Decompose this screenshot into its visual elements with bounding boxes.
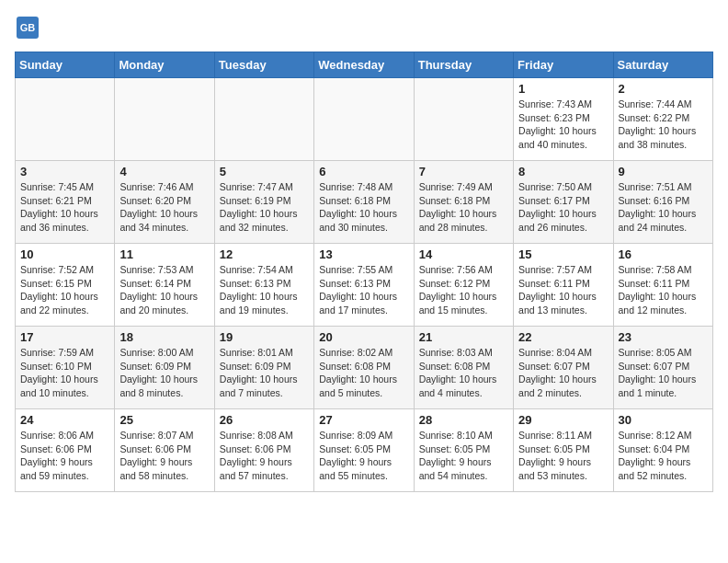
weekday-header: Sunday (16, 52, 115, 78)
day-number: 11 (119, 247, 209, 261)
day-info: Sunrise: 7:53 AM Sunset: 6:14 PM Dayligh… (119, 263, 209, 317)
calendar-cell: 26Sunrise: 8:08 AM Sunset: 6:06 PM Dayli… (214, 409, 313, 492)
day-info: Sunrise: 8:12 AM Sunset: 6:04 PM Dayligh… (619, 429, 708, 483)
day-number: 8 (518, 165, 608, 178)
day-info: Sunrise: 7:48 AM Sunset: 6:18 PM Dayligh… (319, 180, 408, 235)
calendar-week-row: 3Sunrise: 7:45 AM Sunset: 6:21 PM Daylig… (16, 161, 713, 244)
calendar-cell: 11Sunrise: 7:53 AM Sunset: 6:14 PM Dayli… (115, 244, 214, 327)
day-number: 26 (220, 413, 309, 427)
day-number: 9 (619, 165, 708, 178)
day-number: 19 (220, 330, 309, 344)
calendar-cell: 13Sunrise: 7:55 AM Sunset: 6:13 PM Dayli… (314, 244, 414, 327)
weekday-header: Tuesday (214, 52, 313, 78)
header: GB (15, 15, 713, 40)
day-info: Sunrise: 8:00 AM Sunset: 6:09 PM Dayligh… (119, 346, 209, 400)
header-row: SundayMondayTuesdayWednesdayThursdayFrid… (16, 52, 713, 78)
day-info: Sunrise: 7:45 AM Sunset: 6:21 PM Dayligh… (20, 180, 109, 235)
calendar-cell: 23Sunrise: 8:05 AM Sunset: 6:07 PM Dayli… (613, 327, 712, 409)
day-number: 6 (319, 165, 408, 178)
day-number: 28 (419, 413, 508, 427)
day-number: 25 (119, 413, 209, 427)
calendar-cell: 12Sunrise: 7:54 AM Sunset: 6:13 PM Dayli… (214, 244, 313, 327)
calendar-cell: 7Sunrise: 7:49 AM Sunset: 6:18 PM Daylig… (414, 161, 513, 244)
day-info: Sunrise: 7:46 AM Sunset: 6:20 PM Dayligh… (119, 180, 209, 235)
calendar-week-row: 17Sunrise: 7:59 AM Sunset: 6:10 PM Dayli… (16, 327, 713, 409)
calendar-cell: 20Sunrise: 8:02 AM Sunset: 6:08 PM Dayli… (314, 327, 414, 409)
day-number: 18 (119, 330, 209, 344)
day-info: Sunrise: 7:47 AM Sunset: 6:19 PM Dayligh… (220, 180, 309, 235)
day-number: 16 (619, 247, 708, 261)
calendar-cell: 9Sunrise: 7:51 AM Sunset: 6:16 PM Daylig… (613, 161, 712, 244)
calendar-cell: 8Sunrise: 7:50 AM Sunset: 6:17 PM Daylig… (514, 161, 613, 244)
weekday-header: Friday (514, 52, 613, 78)
day-info: Sunrise: 8:11 AM Sunset: 6:05 PM Dayligh… (518, 429, 608, 483)
day-number: 29 (518, 413, 608, 427)
calendar-cell (115, 78, 214, 161)
weekday-header: Monday (115, 52, 214, 78)
calendar-cell: 27Sunrise: 8:09 AM Sunset: 6:05 PM Dayli… (314, 409, 414, 492)
calendar-cell: 19Sunrise: 8:01 AM Sunset: 6:09 PM Dayli… (214, 327, 313, 409)
day-number: 21 (419, 330, 508, 344)
calendar-cell: 2Sunrise: 7:44 AM Sunset: 6:22 PM Daylig… (613, 78, 712, 161)
weekday-header: Saturday (613, 52, 712, 78)
calendar-cell: 10Sunrise: 7:52 AM Sunset: 6:15 PM Dayli… (16, 244, 115, 327)
calendar-cell: 30Sunrise: 8:12 AM Sunset: 6:04 PM Dayli… (613, 409, 712, 492)
calendar-week-row: 10Sunrise: 7:52 AM Sunset: 6:15 PM Dayli… (16, 244, 713, 327)
day-info: Sunrise: 7:55 AM Sunset: 6:13 PM Dayligh… (319, 263, 408, 317)
day-number: 17 (20, 330, 109, 344)
weekday-header: Wednesday (314, 52, 414, 78)
day-number: 4 (119, 165, 209, 178)
calendar-cell: 28Sunrise: 8:10 AM Sunset: 6:05 PM Dayli… (414, 409, 513, 492)
calendar-week-row: 1Sunrise: 7:43 AM Sunset: 6:23 PM Daylig… (16, 78, 713, 161)
day-info: Sunrise: 7:51 AM Sunset: 6:16 PM Dayligh… (619, 180, 708, 235)
calendar-cell: 24Sunrise: 8:06 AM Sunset: 6:06 PM Dayli… (16, 409, 115, 492)
calendar-cell: 21Sunrise: 8:03 AM Sunset: 6:08 PM Dayli… (414, 327, 513, 409)
day-number: 12 (220, 247, 309, 261)
day-info: Sunrise: 8:02 AM Sunset: 6:08 PM Dayligh… (319, 346, 408, 400)
calendar-cell: 18Sunrise: 8:00 AM Sunset: 6:09 PM Dayli… (115, 327, 214, 409)
calendar-cell: 4Sunrise: 7:46 AM Sunset: 6:20 PM Daylig… (115, 161, 214, 244)
calendar-cell: 5Sunrise: 7:47 AM Sunset: 6:19 PM Daylig… (214, 161, 313, 244)
calendar-cell: 22Sunrise: 8:04 AM Sunset: 6:07 PM Dayli… (514, 327, 613, 409)
day-number: 14 (419, 247, 508, 261)
logo: GB (15, 15, 44, 40)
day-info: Sunrise: 8:07 AM Sunset: 6:06 PM Dayligh… (119, 429, 209, 483)
day-number: 27 (319, 413, 408, 427)
calendar-table: SundayMondayTuesdayWednesdayThursdayFrid… (15, 52, 713, 492)
calendar-cell: 25Sunrise: 8:07 AM Sunset: 6:06 PM Dayli… (115, 409, 214, 492)
calendar-cell: 14Sunrise: 7:56 AM Sunset: 6:12 PM Dayli… (414, 244, 513, 327)
day-info: Sunrise: 7:52 AM Sunset: 6:15 PM Dayligh… (20, 263, 109, 317)
logo-icon: GB (15, 15, 40, 40)
calendar-cell: 6Sunrise: 7:48 AM Sunset: 6:18 PM Daylig… (314, 161, 414, 244)
calendar-cell: 29Sunrise: 8:11 AM Sunset: 6:05 PM Dayli… (514, 409, 613, 492)
day-info: Sunrise: 7:43 AM Sunset: 6:23 PM Dayligh… (518, 98, 608, 152)
calendar-cell: 1Sunrise: 7:43 AM Sunset: 6:23 PM Daylig… (514, 78, 613, 161)
calendar-cell (16, 78, 115, 161)
day-number: 3 (20, 165, 109, 178)
day-number: 23 (619, 330, 708, 344)
day-number: 7 (419, 165, 508, 178)
day-number: 1 (518, 82, 608, 96)
day-number: 5 (220, 165, 309, 178)
day-info: Sunrise: 7:58 AM Sunset: 6:11 PM Dayligh… (619, 263, 708, 317)
day-number: 22 (518, 330, 608, 344)
calendar-cell: 16Sunrise: 7:58 AM Sunset: 6:11 PM Dayli… (613, 244, 712, 327)
day-info: Sunrise: 7:50 AM Sunset: 6:17 PM Dayligh… (518, 180, 608, 235)
calendar-cell (414, 78, 513, 161)
day-info: Sunrise: 7:59 AM Sunset: 6:10 PM Dayligh… (20, 346, 109, 400)
day-info: Sunrise: 7:57 AM Sunset: 6:11 PM Dayligh… (518, 263, 608, 317)
calendar-cell: 17Sunrise: 7:59 AM Sunset: 6:10 PM Dayli… (16, 327, 115, 409)
weekday-header: Thursday (414, 52, 513, 78)
calendar-cell (314, 78, 414, 161)
day-number: 13 (319, 247, 408, 261)
day-number: 2 (619, 82, 708, 96)
calendar-week-row: 24Sunrise: 8:06 AM Sunset: 6:06 PM Dayli… (16, 409, 713, 492)
day-info: Sunrise: 8:01 AM Sunset: 6:09 PM Dayligh… (220, 346, 309, 400)
day-info: Sunrise: 8:09 AM Sunset: 6:05 PM Dayligh… (319, 429, 408, 483)
day-info: Sunrise: 8:08 AM Sunset: 6:06 PM Dayligh… (220, 429, 309, 483)
day-info: Sunrise: 7:54 AM Sunset: 6:13 PM Dayligh… (220, 263, 309, 317)
day-info: Sunrise: 8:04 AM Sunset: 6:07 PM Dayligh… (518, 346, 608, 400)
day-info: Sunrise: 8:10 AM Sunset: 6:05 PM Dayligh… (419, 429, 508, 483)
day-info: Sunrise: 8:03 AM Sunset: 6:08 PM Dayligh… (419, 346, 508, 400)
day-number: 24 (20, 413, 109, 427)
